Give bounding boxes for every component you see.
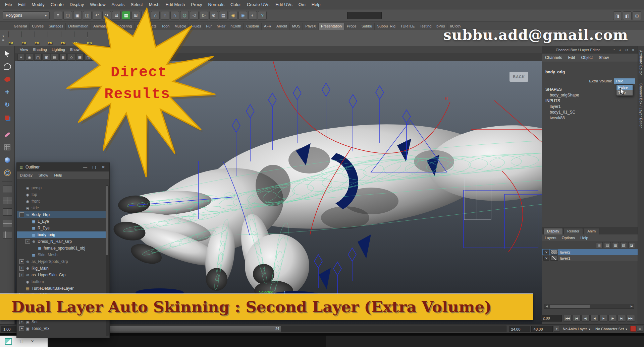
- shelf-button[interactable]: EM: [48, 31, 59, 45]
- layout-vertical-split-button[interactable]: [3, 208, 12, 216]
- outliner-item[interactable]: + Torso_Vtx: [17, 325, 109, 332]
- layout-four-pane-button[interactable]: [3, 197, 12, 204]
- toggle-channel-box-icon[interactable]: ⊞: [633, 11, 641, 20]
- channel-box-menu-item[interactable]: Show: [596, 54, 612, 62]
- shelf-tab[interactable]: TURTLE: [398, 23, 418, 30]
- camera-attributes-icon[interactable]: ▢: [34, 54, 42, 61]
- step-forward-frame-button[interactable]: |▶: [608, 315, 617, 322]
- layer-editor-menu-item[interactable]: Options: [559, 234, 578, 241]
- layer-sort-icon[interactable]: ≣: [596, 242, 603, 248]
- shelf-button[interactable]: EM: [35, 31, 46, 45]
- expand-toggle-icon[interactable]: [19, 192, 24, 197]
- panel-menu-icon[interactable]: ≡: [17, 54, 25, 61]
- go-to-start-button[interactable]: |◀◀: [563, 315, 572, 322]
- pan-zoom-icon[interactable]: ⊞: [59, 54, 67, 61]
- render-current-frame-icon[interactable]: ◉: [229, 11, 237, 20]
- shelf-tab[interactable]: AFR: [262, 23, 274, 30]
- play-forwards-button[interactable]: ▶: [599, 315, 608, 322]
- menu-item[interactable]: Help: [309, 0, 324, 9]
- shelf-button[interactable]: EM: [21, 31, 33, 45]
- scroll-left-icon[interactable]: ◀: [544, 305, 549, 308]
- layer-editor-scrollbar[interactable]: ◀ ▶: [544, 304, 634, 309]
- channel-row[interactable]: body1_01_SC: [545, 110, 635, 115]
- attribute-value-field[interactable]: True: [614, 78, 635, 84]
- display-layer-row[interactable]: V layer2: [542, 249, 638, 255]
- shelf-tab[interactable]: Props: [344, 23, 359, 30]
- render-settings-icon[interactable]: ◐: [248, 11, 257, 20]
- channel-box-titlebar[interactable]: Channel Box / Layer Editor ◔◐⊙×: [542, 46, 638, 54]
- menu-collapse-icon[interactable]: ≡: [54, 11, 62, 20]
- range-slider[interactable]: 1 24: [55, 326, 506, 332]
- shelf-tab[interactable]: Custom: [244, 23, 262, 30]
- outliner-item[interactable]: + Rig_Main: [17, 265, 109, 272]
- menu-item[interactable]: Color: [227, 0, 244, 9]
- expand-toggle-icon[interactable]: [25, 226, 30, 230]
- menu-item[interactable]: Modify: [29, 0, 47, 9]
- shelf-menu-icon[interactable]: ≣: [2, 39, 5, 41]
- channel-box-menu-item[interactable]: Channels: [542, 54, 565, 62]
- lasso-tool[interactable]: [3, 62, 12, 71]
- expand-toggle-icon[interactable]: +: [19, 320, 24, 324]
- channel-box-menu-item[interactable]: Edit: [565, 54, 578, 62]
- open-render-view-icon[interactable]: ▤: [219, 11, 228, 20]
- outliner-item[interactable]: Skin_Mesh: [17, 252, 109, 258]
- outliner-item[interactable]: - Dress_N_Hair_Grp: [17, 238, 109, 245]
- playback-speed-field[interactable]: 2.00: [541, 315, 562, 322]
- menu-item[interactable]: File: [2, 0, 15, 9]
- shelf-tab[interactable]: Subbu: [359, 23, 375, 30]
- shelf-tab[interactable]: PhysX: [303, 23, 319, 30]
- close-panel-icon[interactable]: ×: [631, 48, 636, 52]
- selected-object-name[interactable]: body_orig: [545, 70, 635, 74]
- show-manipulator-tool[interactable]: [3, 168, 12, 177]
- pin-panel-icon[interactable]: ⊙: [624, 48, 629, 52]
- scale-tool[interactable]: [3, 113, 12, 122]
- go-to-end-button[interactable]: ▶▶|: [627, 315, 635, 322]
- step-forward-key-button[interactable]: ▶|: [618, 315, 626, 322]
- paint-effects-tool[interactable]: [3, 130, 12, 139]
- shelf-tab-toggle-icon[interactable]: ▾: [2, 35, 5, 38]
- outliner-menu-item[interactable]: Display: [17, 171, 36, 179]
- channel-row[interactable]: layer1: [545, 104, 635, 110]
- scrollbar-thumb[interactable]: [106, 186, 108, 255]
- layer-color-swatch[interactable]: [550, 256, 558, 261]
- auto-keyframe-button[interactable]: [630, 326, 636, 332]
- menu-item[interactable]: Create UVs: [244, 0, 272, 9]
- outliner-item[interactable]: TurtleDefaultBakeLayer: [17, 285, 109, 292]
- menu-item[interactable]: Om: [296, 0, 309, 9]
- expand-toggle-icon[interactable]: [25, 253, 30, 257]
- layout-horizontal-split-button[interactable]: [3, 220, 12, 227]
- expand-toggle-icon[interactable]: +: [19, 266, 24, 271]
- paint-select-tool[interactable]: [3, 75, 12, 84]
- outliner-item[interactable]: R_Eye: [17, 225, 109, 231]
- expand-toggle-icon[interactable]: +: [19, 273, 24, 277]
- close-icon[interactable]: ×: [31, 339, 34, 344]
- move-tool[interactable]: [3, 88, 12, 96]
- channel-box-menu-item[interactable]: Object: [578, 54, 596, 62]
- shelf-tab[interactable]: Surfaces: [46, 23, 66, 30]
- layer-editor-tab[interactable]: Render: [564, 228, 583, 234]
- anim-layer-selector[interactable]: No Anim Layer: [561, 327, 592, 331]
- playback-speed-icon[interactable]: ≡: [637, 326, 643, 332]
- shelf-tab[interactable]: Arnold: [274, 23, 290, 30]
- shelf-tab[interactable]: MUS: [290, 23, 303, 30]
- layout-single-pane-button[interactable]: [3, 186, 12, 193]
- channel-row[interactable]: INPUTS: [545, 98, 635, 104]
- layer-visibility-toggle[interactable]: V: [543, 250, 549, 255]
- outliner-item[interactable]: side: [17, 205, 109, 211]
- recorder-app-icon[interactable]: [5, 338, 12, 345]
- shelf-tab[interactable]: Testing: [417, 23, 434, 30]
- display-layer-row[interactable]: V layer1: [542, 255, 638, 261]
- expand-toggle-icon[interactable]: [19, 199, 24, 204]
- expand-toggle-icon[interactable]: [25, 232, 30, 237]
- shelf-tab[interactable]: nHair: [214, 23, 228, 30]
- expand-toggle-icon[interactable]: [25, 219, 30, 224]
- playback-options-icon[interactable]: ▾: [554, 326, 560, 332]
- expand-toggle-icon[interactable]: [19, 279, 24, 284]
- menu-item[interactable]: Create: [48, 0, 67, 9]
- toggle-tool-settings-icon[interactable]: ◧: [623, 11, 632, 20]
- expand-toggle-icon[interactable]: [32, 246, 36, 251]
- viewport-menu-item[interactable]: Lighting: [49, 46, 67, 53]
- scrollbar-thumb[interactable]: [550, 305, 590, 308]
- expand-toggle-icon[interactable]: [19, 286, 24, 291]
- channel-row[interactable]: tweak88: [545, 115, 635, 121]
